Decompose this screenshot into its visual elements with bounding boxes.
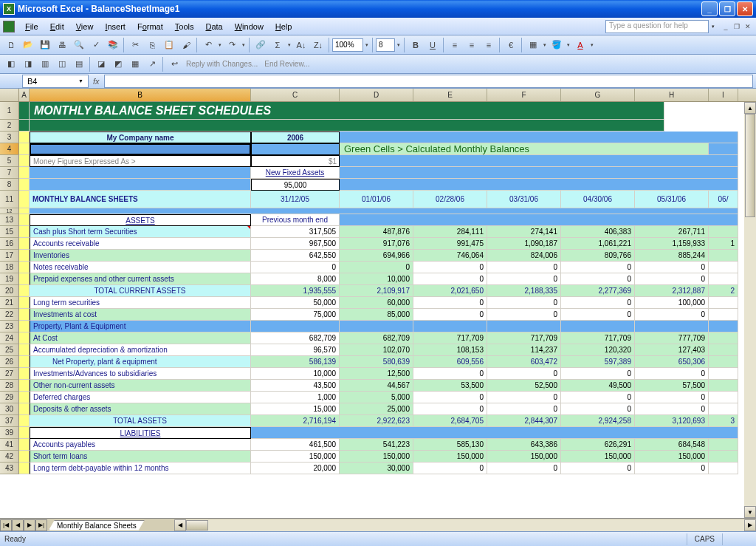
cell-value[interactable]: 580,639: [340, 356, 413, 368]
cell-value[interactable]: 75,000: [251, 309, 340, 321]
sheet-title[interactable]: MONTHLY BALANCE SHEET SCHEDULES: [30, 102, 664, 120]
cell-value[interactable]: 44,567: [340, 380, 413, 392]
cell-value[interactable]: 603,472: [487, 356, 561, 368]
row-label[interactable]: Inventories: [30, 250, 251, 262]
rowhdr-20[interactable]: 20: [0, 285, 19, 297]
cell-value[interactable]: 12,500: [340, 368, 413, 380]
cell-value[interactable]: 0: [561, 392, 635, 403]
cell-value[interactable]: 3,120,693: [635, 415, 709, 427]
date-3[interactable]: 03/31/06: [487, 191, 561, 208]
rowhdr-42[interactable]: 42: [0, 451, 19, 463]
row-label[interactable]: Deposits & other assets: [30, 403, 251, 415]
cell-value[interactable]: 102,070: [340, 344, 413, 356]
rev-btn6[interactable]: ◪: [93, 56, 109, 72]
cell-value[interactable]: 0: [561, 309, 635, 321]
cell-value[interactable]: 541,223: [340, 439, 413, 451]
cell-value[interactable]: 0: [635, 368, 709, 380]
row-label[interactable]: Deferred charges: [30, 392, 251, 403]
cell-value[interactable]: [709, 451, 738, 463]
cell-value[interactable]: [709, 332, 738, 344]
rowhdr-18[interactable]: 18: [0, 262, 19, 273]
row-label[interactable]: Long term debt-payable within 12 months: [30, 463, 251, 474]
print-icon[interactable]: 🖶: [54, 37, 70, 53]
money-label[interactable]: Money Figures Expressed As >: [30, 155, 251, 167]
scroll-down-icon[interactable]: ▼: [744, 506, 756, 518]
cell-value[interactable]: 2,312,887: [635, 285, 709, 297]
table-row[interactable]: Property, Plant & Equipment: [19, 321, 738, 332]
cell-value[interactable]: 284,111: [413, 226, 487, 238]
vertical-scrollbar[interactable]: ▲ ▼: [744, 102, 756, 518]
cell-value[interactable]: 0: [413, 262, 487, 273]
cell-value[interactable]: 2,684,705: [413, 415, 487, 427]
colhdr-A[interactable]: A: [19, 89, 30, 101]
cell-value[interactable]: 317,505: [251, 226, 340, 238]
hscroll-thumb[interactable]: [186, 520, 208, 530]
new-icon[interactable]: 🗋: [3, 37, 19, 53]
cell-value[interactable]: 0: [561, 463, 635, 474]
zoom-dropdown[interactable]: ▾: [364, 42, 370, 48]
row-label[interactable]: Accumulated depreciation & amortization: [30, 344, 251, 356]
fontsize-combo[interactable]: 8: [376, 38, 395, 52]
cell-value[interactable]: 3: [709, 415, 738, 427]
menu-window[interactable]: Window: [229, 20, 269, 33]
cell-value[interactable]: 684,548: [635, 439, 709, 451]
rowhdr-13[interactable]: 13: [0, 214, 19, 226]
rowhdr-7[interactable]: 7: [0, 167, 19, 179]
copy-icon[interactable]: ⎘: [144, 37, 160, 53]
colhdr-C[interactable]: C: [251, 89, 340, 101]
rowhdr-19[interactable]: 19: [0, 273, 19, 285]
row-11[interactable]: MONTHLY BALANCE SHEETS 31/12/05 01/01/06…: [19, 191, 738, 208]
row-label[interactable]: Prepaid expenses and other current asset…: [30, 273, 251, 285]
cell-value[interactable]: 0: [413, 297, 487, 309]
date-0[interactable]: 31/12/05: [251, 191, 340, 208]
cell-value[interactable]: 487,876: [340, 226, 413, 238]
cell-value[interactable]: 0: [487, 309, 561, 321]
align-center-icon[interactable]: ≡: [464, 37, 480, 53]
cell-value[interactable]: 0: [251, 262, 340, 273]
cell-value[interactable]: 2,021,650: [413, 285, 487, 297]
cell-value[interactable]: 96,570: [251, 344, 340, 356]
new-assets-val[interactable]: 95,000: [251, 179, 340, 191]
row-label[interactable]: Property, Plant & Equipment: [30, 321, 251, 332]
cell-value[interactable]: 15,000: [251, 403, 340, 415]
cell-value[interactable]: [709, 368, 738, 380]
rowhdr-4[interactable]: 4: [0, 143, 19, 155]
cell-value[interactable]: 30,000: [340, 463, 413, 474]
cell-value[interactable]: 824,006: [487, 250, 561, 262]
cell-value[interactable]: 25,000: [340, 403, 413, 415]
rowhdr-3[interactable]: 3: [0, 132, 19, 143]
rowhdr-39[interactable]: 39: [0, 427, 19, 439]
row-label[interactable]: Other non-current assets: [30, 380, 251, 392]
cell-value[interactable]: 120,320: [561, 344, 635, 356]
rowhdr-11[interactable]: 11: [0, 191, 19, 208]
rowhdr-30[interactable]: 30: [0, 403, 19, 415]
rowhdr-17[interactable]: 17: [0, 250, 19, 262]
row-label[interactable]: Cash plus Short term Securities: [30, 226, 251, 238]
research-icon[interactable]: 📚: [105, 37, 121, 53]
cell-value[interactable]: 274,141: [487, 226, 561, 238]
cell-value[interactable]: 991,475: [413, 238, 487, 250]
menu-insert[interactable]: Insert: [99, 20, 131, 33]
tab-prev-icon[interactable]: ◀: [12, 519, 24, 531]
rowhdr-43[interactable]: 43: [0, 463, 19, 474]
help-search-input[interactable]: Type a question for help: [605, 20, 709, 33]
cell-value[interactable]: 108,153: [413, 344, 487, 356]
currency-icon[interactable]: €: [503, 37, 519, 53]
cell-value[interactable]: [709, 463, 738, 474]
zoom-combo[interactable]: 100%: [332, 38, 363, 52]
minimize-button[interactable]: _: [701, 1, 718, 16]
cell-value[interactable]: 1: [709, 238, 738, 250]
fill-color-icon[interactable]: 🪣: [549, 37, 565, 53]
underline-icon[interactable]: U: [425, 37, 441, 53]
cell-value[interactable]: 1,159,933: [635, 238, 709, 250]
cell-value[interactable]: 0: [561, 297, 635, 309]
cell-value[interactable]: [340, 321, 413, 332]
cell-value[interactable]: 642,550: [251, 250, 340, 262]
liabilities-header[interactable]: LIABILITIES: [30, 427, 251, 439]
cell-value[interactable]: 0: [635, 273, 709, 285]
date-5[interactable]: 05/31/06: [635, 191, 709, 208]
cell-value[interactable]: 717,709: [561, 332, 635, 344]
colhdr-B[interactable]: B: [30, 89, 251, 101]
rowhdr-37[interactable]: 37: [0, 415, 19, 427]
table-row[interactable]: Investments/Advances to subsidiaries10,0…: [19, 368, 738, 380]
